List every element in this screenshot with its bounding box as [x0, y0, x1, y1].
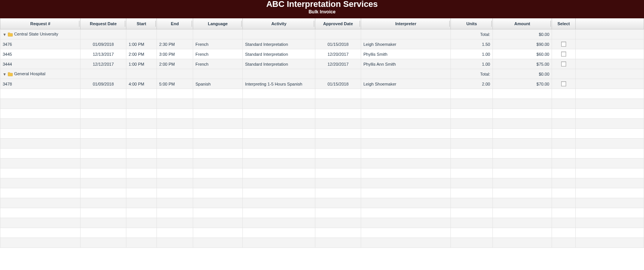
col-header-request-no[interactable]: Request # — [0, 18, 81, 29]
cell-request-no: 3444 — [0, 59, 81, 69]
cell-approved-date: 01/15/2018 — [315, 79, 361, 89]
empty-row — [0, 168, 644, 178]
empty-row — [0, 218, 644, 228]
cell-activity: Standard Interpretation — [243, 39, 315, 49]
cell-language: French — [193, 39, 243, 49]
select-checkbox[interactable] — [561, 52, 566, 57]
empty-row — [0, 198, 644, 208]
cell-amount: $60.00 — [493, 49, 552, 59]
empty-row — [0, 129, 644, 139]
cell-request-no: 3478 — [0, 79, 81, 89]
group-row[interactable]: ▼General HospitalTotal:$0.00 — [0, 69, 644, 79]
cell-start: 1:00 PM — [126, 59, 157, 69]
cell-language: French — [193, 59, 243, 69]
cell-units: 1.50 — [451, 39, 493, 49]
table-row[interactable]: 347801/09/20184:00 PM5:00 PMSpanishInter… — [0, 79, 644, 89]
cell-units: 2.00 — [451, 79, 493, 89]
select-checkbox[interactable] — [561, 42, 566, 47]
page-header: ABC Interpretation Services Bulk Invoice — [0, 0, 644, 18]
cell-start: 1:00 PM — [126, 39, 157, 49]
cell-interpreter: Leigh Shoemaker — [361, 39, 451, 49]
col-header-tail — [576, 18, 644, 29]
cell-approved-date: 12/20/2017 — [315, 59, 361, 69]
cell-end: 5:00 PM — [157, 79, 193, 89]
col-header-request-date[interactable]: Request Date — [81, 18, 126, 29]
select-checkbox[interactable] — [561, 61, 566, 66]
cell-amount: $70.00 — [493, 79, 552, 89]
cell-units: 1.00 — [451, 59, 493, 69]
empty-row — [0, 89, 644, 99]
empty-row — [0, 188, 644, 198]
cell-start: 2:00 PM — [126, 49, 157, 59]
col-header-units[interactable]: Units — [451, 18, 493, 29]
empty-row — [0, 238, 644, 248]
empty-row — [0, 99, 644, 109]
cell-activity: Standard Interpretation — [243, 59, 315, 69]
collapse-icon[interactable]: ▼ — [3, 32, 6, 37]
group-total-amount: $0.00 — [493, 69, 552, 79]
table-row[interactable]: 344512/13/20172:00 PM3:00 PMFrenchStanda… — [0, 49, 644, 59]
cell-units: 1.00 — [451, 49, 493, 59]
cell-start: 4:00 PM — [126, 79, 157, 89]
cell-language: French — [193, 49, 243, 59]
cell-end: 2:30 PM — [157, 39, 193, 49]
table-row[interactable]: 347601/09/20181:00 PM2:30 PMFrenchStanda… — [0, 39, 644, 49]
col-header-end[interactable]: End — [157, 18, 193, 29]
cell-language: Spanish — [193, 79, 243, 89]
col-header-select[interactable]: Select — [552, 18, 576, 29]
col-header-language[interactable]: Language — [193, 18, 243, 29]
group-total-amount: $0.00 — [493, 29, 552, 39]
empty-row — [0, 158, 644, 168]
select-checkbox[interactable] — [561, 81, 566, 86]
table-row[interactable]: 344412/12/20171:00 PM2:00 PMFrenchStanda… — [0, 59, 644, 69]
col-header-interpreter[interactable]: Interpreter — [361, 18, 451, 29]
group-name: General Hospital — [14, 71, 45, 76]
empty-row — [0, 139, 644, 149]
empty-row — [0, 119, 644, 129]
invoice-grid: Request # Request Date Start End Languag… — [0, 18, 644, 248]
cell-request-no: 3445 — [0, 49, 81, 59]
cell-approved-date: 12/20/2017 — [315, 49, 361, 59]
cell-amount: $75.00 — [493, 59, 552, 69]
cell-interpreter: Leigh Shoemaker — [361, 79, 451, 89]
cell-request-date: 01/09/2018 — [81, 39, 126, 49]
cell-end: 3:00 PM — [157, 49, 193, 59]
cell-approved-date: 01/15/2018 — [315, 39, 361, 49]
col-header-approved-date[interactable]: Approved Date — [315, 18, 361, 29]
col-header-amount[interactable]: Amount — [493, 18, 552, 29]
cell-activity: Interpreting 1-5 Hours Spanish — [243, 79, 315, 89]
page-subtitle: Bulk Invoice — [0, 9, 644, 15]
folder-icon — [8, 32, 13, 37]
cell-request-date: 12/12/2017 — [81, 59, 126, 69]
cell-request-date: 01/09/2018 — [81, 79, 126, 89]
cell-amount: $90.00 — [493, 39, 552, 49]
empty-row — [0, 178, 644, 188]
cell-request-no: 3476 — [0, 39, 81, 49]
empty-row — [0, 109, 644, 119]
page-title: ABC Interpretation Services — [0, 0, 644, 8]
empty-row — [0, 149, 644, 158]
group-total-label: Total: — [451, 69, 493, 79]
group-total-label: Total: — [451, 29, 493, 39]
column-header-row: Request # Request Date Start End Languag… — [0, 18, 644, 29]
cell-activity: Standard Interpretation — [243, 49, 315, 59]
cell-request-date: 12/13/2017 — [81, 49, 126, 59]
cell-interpreter: Phyllis Smith — [361, 49, 451, 59]
empty-row — [0, 228, 644, 238]
col-header-start[interactable]: Start — [126, 18, 157, 29]
col-header-activity[interactable]: Activity — [243, 18, 315, 29]
group-row[interactable]: ▼Central State UniversityTotal:$0.00 — [0, 29, 644, 39]
group-name: Central State University — [14, 32, 58, 36]
cell-interpreter: Phyllis Ann Smith — [361, 59, 451, 69]
folder-icon — [8, 72, 13, 76]
cell-end: 2:00 PM — [157, 59, 193, 69]
empty-row — [0, 208, 644, 218]
collapse-icon[interactable]: ▼ — [3, 72, 6, 76]
